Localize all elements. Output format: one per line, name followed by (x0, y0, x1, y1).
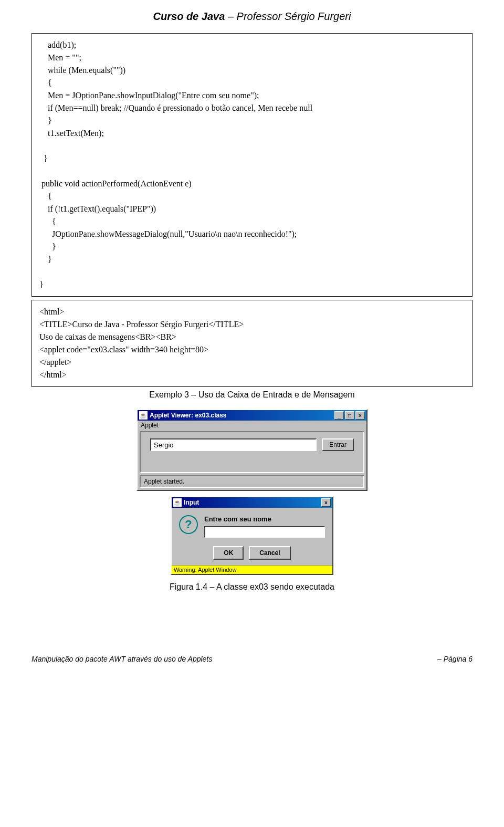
header-course: Curso de Java (153, 11, 225, 22)
dialog-button-row: OK Cancel (172, 543, 332, 565)
code-block-java: add(b1); Men = ""; while (Men.equals("")… (32, 33, 472, 297)
applet-warning: Warning: Applet Window (172, 565, 332, 574)
dialog-titlebar: ☕ Input × (172, 497, 332, 508)
dialog-close-button[interactable]: × (321, 498, 331, 507)
maximize-button[interactable]: □ (345, 411, 354, 420)
dialog-body: ? Entre com seu nome (172, 508, 332, 543)
header-professor: Professor Sérgio Furgeri (237, 11, 351, 22)
page-header: Curso de Java – Professor Sérgio Furgeri (32, 11, 472, 23)
header-dash: – (225, 11, 236, 22)
java-cup-icon: ☕ (139, 411, 148, 420)
footer-left: Manipulação do pacote AWT através do uso… (32, 655, 212, 663)
applet-title-text: Applet Viewer: ex03.class (150, 412, 227, 419)
question-icon: ? (179, 515, 198, 534)
cancel-button[interactable]: Cancel (249, 546, 290, 560)
dialog-prompt: Entre com seu nome (204, 515, 325, 523)
screenshot-container: ☕ Applet Viewer: ex03.class _ □ × Applet… (136, 409, 368, 575)
page-footer: Manipulação do pacote AWT através do uso… (32, 655, 472, 663)
java-cup-icon: ☕ (173, 498, 182, 507)
dialog-text-input[interactable] (204, 526, 325, 538)
applet-viewer-window: ☕ Applet Viewer: ex03.class _ □ × Applet… (136, 409, 368, 491)
code-block-html: <html> <TITLE>Curso de Java - Professor … (32, 300, 472, 387)
dialog-title-text: Input (184, 499, 199, 506)
ok-button[interactable]: OK (213, 546, 244, 560)
minimize-button[interactable]: _ (334, 411, 344, 420)
footer-right: – Página 6 (437, 655, 472, 663)
figure-caption: Figura 1.4 – A classe ex03 sendo executa… (32, 582, 472, 592)
applet-menu-item[interactable]: Applet (138, 421, 366, 430)
close-button[interactable]: × (355, 411, 365, 420)
input-dialog: ☕ Input × ? Entre com seu nome OK Cancel… (171, 496, 333, 575)
entrar-button[interactable]: Entrar (322, 438, 354, 451)
applet-content-area: Sergio Entrar (140, 431, 364, 473)
applet-titlebar: ☕ Applet Viewer: ex03.class _ □ × (138, 410, 366, 421)
example-caption: Exemplo 3 – Uso da Caixa de Entrada e de… (32, 390, 472, 400)
status-bar: Applet started. (140, 475, 364, 488)
name-input[interactable]: Sergio (150, 438, 317, 451)
